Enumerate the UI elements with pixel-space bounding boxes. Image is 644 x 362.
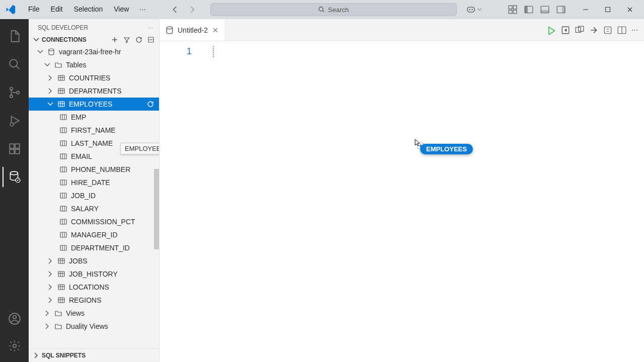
tree-table-regions[interactable]: REGIONS: [29, 294, 159, 307]
new-connection-icon[interactable]: [111, 36, 119, 43]
connections-tree[interactable]: vagrant-23ai-free-hr Tables COUNTRIES DE…: [29, 45, 159, 348]
copilot-button[interactable]: [466, 5, 482, 15]
section-snippets-label: SQL SNIPPETS: [42, 352, 86, 359]
column-icon: [59, 153, 68, 160]
column-icon: [59, 192, 68, 199]
menu-selection[interactable]: Selection: [69, 3, 108, 16]
window-minimize-button[interactable]: [576, 2, 596, 17]
chevron-right-icon: [33, 352, 40, 359]
activity-search-icon[interactable]: [3, 52, 27, 76]
editor-action-icon[interactable]: [575, 26, 584, 35]
column-icon: [59, 244, 68, 251]
section-sql-snippets[interactable]: SQL SNIPPETS: [29, 348, 159, 362]
column-icon: [59, 140, 68, 147]
activity-sql-developer-icon[interactable]: [3, 165, 27, 189]
sidebar: SQL DEVELOPER ··· CONNECTIONS vagrant-23…: [29, 19, 159, 362]
tree-column-employee-id[interactable]: EMP: [29, 111, 159, 124]
svg-rect-8: [509, 6, 512, 9]
refresh-icon[interactable]: [147, 101, 154, 108]
layout-customize-icon[interactable]: [506, 3, 519, 16]
activity-bar: [0, 19, 29, 362]
menu-more-icon[interactable]: ···: [135, 3, 149, 16]
svg-rect-27: [15, 144, 20, 148]
table-icon: [57, 284, 66, 291]
editor[interactable]: 1 EMPLOYEES: [159, 41, 644, 362]
tab-untitled-2[interactable]: Untitled-2: [159, 19, 225, 41]
menu-file[interactable]: File: [23, 3, 45, 16]
column-icon: [59, 218, 68, 225]
layout-sidebar-right-icon[interactable]: [554, 3, 568, 16]
window-close-button[interactable]: [620, 2, 640, 17]
vscode-logo: [4, 3, 17, 16]
tree-column-department-id[interactable]: DEPARTMENT_ID: [29, 241, 159, 254]
layout-panel-icon[interactable]: [538, 3, 551, 16]
tree-column-phone-number[interactable]: PHONE_NUMBER: [29, 163, 159, 176]
window-maximize-button[interactable]: [598, 2, 618, 17]
scrollbar-thumb[interactable]: [154, 169, 159, 249]
tree-table-jobs[interactable]: JOBS: [29, 254, 159, 267]
tree-column-first-name[interactable]: FIRST_NAME: [29, 124, 159, 137]
tree-column-job-id[interactable]: JOB_ID: [29, 189, 159, 202]
tab-bar: Untitled-2 ···: [159, 19, 644, 41]
refresh-icon[interactable]: [135, 36, 143, 43]
layout-sidebar-left-icon[interactable]: [522, 3, 535, 16]
column-icon: [59, 166, 68, 173]
tree-views-folder[interactable]: Views: [29, 307, 159, 320]
activity-accounts-icon[interactable]: [3, 307, 27, 331]
editor-action-icon[interactable]: [561, 26, 570, 35]
tree-column-hire-date[interactable]: HIRE_DATE: [29, 176, 159, 189]
column-icon: [59, 179, 68, 186]
search-input[interactable]: Search: [210, 3, 457, 16]
collapse-all-icon[interactable]: [147, 36, 155, 43]
svg-rect-18: [606, 8, 610, 12]
search-icon: [318, 6, 325, 13]
editor-cursor: [213, 46, 214, 57]
tree-duality-views-folder[interactable]: Duality Views: [29, 320, 159, 333]
nav-forward-button[interactable]: [185, 3, 199, 17]
nav-back-button[interactable]: [168, 3, 182, 17]
tree-column-manager-id[interactable]: MANAGER_ID: [29, 228, 159, 241]
activity-settings-icon[interactable]: [3, 334, 27, 358]
editor-action-icon[interactable]: [603, 26, 612, 35]
tree-table-employees[interactable]: EMPLOYEES: [29, 98, 159, 111]
editor-action-icon[interactable]: [589, 26, 598, 35]
activity-run-debug-icon[interactable]: [3, 109, 27, 133]
svg-point-19: [10, 59, 17, 67]
tree-column-commission-pct[interactable]: COMMISSION_PCT: [29, 215, 159, 228]
activity-explorer-icon[interactable]: [3, 24, 27, 48]
svg-rect-10: [509, 10, 512, 14]
table-icon: [57, 74, 66, 81]
svg-point-20: [10, 87, 12, 90]
more-actions-icon[interactable]: ···: [631, 26, 638, 35]
tab-close-icon[interactable]: [212, 27, 219, 34]
tree-column-salary[interactable]: SALARY: [29, 202, 159, 215]
gutter: 1: [159, 41, 200, 59]
split-editor-icon[interactable]: [617, 26, 626, 35]
tree-table-locations[interactable]: LOCATIONS: [29, 281, 159, 294]
drag-chip-employees: EMPLOYEES: [420, 144, 473, 154]
drag-chip-label: EMPLOYEES: [426, 145, 467, 153]
section-connections[interactable]: CONNECTIONS: [29, 34, 159, 45]
table-icon: [57, 87, 66, 95]
menu-view[interactable]: View: [109, 3, 134, 16]
editor-area: Untitled-2 ··· 1: [159, 19, 644, 362]
activity-extensions-icon[interactable]: [3, 137, 27, 161]
menu-edit[interactable]: Edit: [46, 3, 68, 16]
tree-connection[interactable]: vagrant-23ai-free-hr: [29, 45, 159, 58]
table-icon: [57, 101, 66, 108]
column-icon: [59, 231, 68, 238]
column-icon: [59, 114, 68, 121]
svg-point-6: [469, 9, 470, 11]
line-number: 1: [159, 46, 192, 59]
sidebar-more-icon[interactable]: ···: [148, 24, 153, 31]
tree-table-countries[interactable]: COUNTRIES: [29, 71, 159, 84]
tree-table-job-history[interactable]: JOB_HISTORY: [29, 267, 159, 281]
svg-rect-9: [513, 6, 517, 9]
database-icon: [166, 26, 174, 34]
activity-source-control-icon[interactable]: [3, 80, 27, 105]
tree-tables-folder[interactable]: Tables: [29, 58, 159, 71]
run-button[interactable]: [547, 26, 556, 35]
tree-table-departments[interactable]: DEPARTMENTS: [29, 84, 159, 98]
filter-icon[interactable]: [123, 36, 131, 43]
title-bar: File Edit Selection View ··· Search: [0, 0, 644, 19]
